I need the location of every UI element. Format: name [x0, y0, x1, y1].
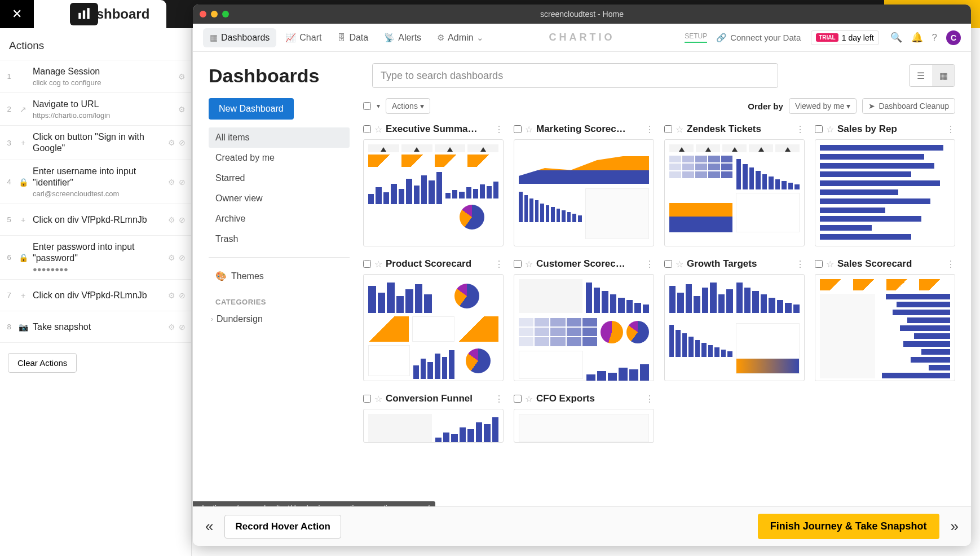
card-menu-icon[interactable]: ⋮: [946, 259, 955, 270]
card-thumbnail[interactable]: [514, 139, 654, 246]
card-thumbnail[interactable]: [514, 409, 654, 443]
gear-icon[interactable]: ⚙: [178, 105, 186, 114]
gear-icon[interactable]: ⚙: [168, 253, 175, 262]
category-item[interactable]: › Dundersign: [209, 311, 350, 328]
card-menu-icon[interactable]: ⋮: [645, 259, 654, 270]
card-thumbnail[interactable]: [815, 274, 955, 381]
search-input[interactable]: Type to search dashboards: [372, 63, 778, 88]
gear-icon[interactable]: ⚙: [168, 323, 175, 332]
help-icon[interactable]: ?: [932, 32, 937, 43]
more-icon[interactable]: ⊘: [179, 138, 186, 147]
new-dashboard-button[interactable]: New Dashboard: [209, 98, 294, 120]
clear-actions-button[interactable]: Clear Actions: [8, 353, 77, 373]
card-title[interactable]: Marketing Scorec…: [536, 123, 642, 135]
more-icon[interactable]: ⊘: [179, 178, 186, 187]
bulk-actions-button[interactable]: Actions ▾: [386, 98, 430, 114]
card-title[interactable]: Executive Summa…: [386, 123, 491, 135]
card-checkbox[interactable]: [514, 125, 522, 133]
action-step[interactable]: 4 🔒 Enter username into input "identifie…: [0, 160, 191, 204]
card-title[interactable]: Zendesk Tickets: [687, 123, 792, 135]
card-thumbnail[interactable]: [664, 274, 805, 381]
card-title[interactable]: Product Scorecard: [386, 258, 491, 270]
card-checkbox[interactable]: [664, 125, 672, 133]
card-thumbnail[interactable]: [664, 139, 805, 246]
dashboard-cleanup-button[interactable]: ➤ Dashboard Cleanup: [862, 98, 955, 114]
window-controls[interactable]: [200, 11, 229, 17]
star-icon[interactable]: ☆: [525, 394, 533, 404]
finish-journey-button[interactable]: Finish Journey & Take Snapshot: [758, 514, 939, 539]
nav-chart[interactable]: 📈 Chart: [279, 28, 328, 47]
back-button[interactable]: «: [205, 518, 213, 535]
close-window-icon[interactable]: [200, 11, 206, 17]
more-icon[interactable]: ⊘: [179, 291, 186, 300]
gear-icon[interactable]: ⚙: [168, 138, 175, 147]
filter-item[interactable]: Owner view: [209, 188, 350, 209]
filter-item[interactable]: Created by me: [209, 148, 350, 168]
order-by-dropdown[interactable]: Viewed by me ▾: [789, 98, 857, 114]
star-icon[interactable]: ☆: [676, 124, 683, 135]
card-checkbox[interactable]: [363, 395, 371, 403]
gear-icon[interactable]: ⚙: [178, 72, 186, 81]
list-view-button[interactable]: ☰: [910, 65, 932, 86]
search-icon[interactable]: 🔍: [890, 32, 902, 43]
card-menu-icon[interactable]: ⋮: [495, 394, 504, 404]
card-thumbnail[interactable]: [363, 274, 504, 381]
star-icon[interactable]: ☆: [374, 124, 382, 135]
card-menu-icon[interactable]: ⋮: [495, 259, 504, 270]
card-checkbox[interactable]: [514, 395, 522, 403]
record-hover-button[interactable]: Record Hover Action: [224, 515, 341, 539]
action-step[interactable]: 7 + Click on div VfPpkd-RLmnJb ⚙ ⊘: [0, 280, 191, 311]
card-checkbox[interactable]: [664, 260, 672, 268]
setup-link[interactable]: SETUP: [685, 32, 707, 43]
more-icon[interactable]: ⊘: [179, 215, 186, 224]
gear-icon[interactable]: ⚙: [168, 291, 175, 300]
forward-button[interactable]: »: [951, 518, 959, 535]
connect-data-link[interactable]: 🔗 Connect your Data: [716, 33, 801, 43]
action-step[interactable]: 2 ↗ Navigate to URL https://chartio.com/…: [0, 93, 191, 126]
star-icon[interactable]: ☆: [525, 124, 533, 135]
filter-item[interactable]: Trash: [209, 229, 350, 249]
gear-icon[interactable]: ⚙: [168, 178, 175, 187]
nav-alerts[interactable]: 📡 Alerts: [377, 28, 428, 47]
trial-badge[interactable]: TRIAL 1 day left: [811, 30, 879, 45]
nav-admin[interactable]: ⚙ Admin ⌄: [430, 28, 491, 47]
grid-view-button[interactable]: ▦: [932, 65, 955, 86]
card-checkbox[interactable]: [815, 260, 823, 268]
more-icon[interactable]: ⊘: [179, 253, 186, 262]
card-title[interactable]: Sales Scorecard: [837, 258, 943, 270]
filter-item[interactable]: Archive: [209, 209, 350, 229]
card-menu-icon[interactable]: ⋮: [796, 124, 805, 135]
card-menu-icon[interactable]: ⋮: [796, 259, 805, 270]
minimize-window-icon[interactable]: [211, 11, 218, 17]
card-title[interactable]: Customer Scorec…: [536, 258, 642, 270]
select-all-checkbox[interactable]: [363, 102, 371, 110]
action-step[interactable]: 5 + Click on div VfPpkd-RLmnJb ⚙ ⊘: [0, 204, 191, 236]
gear-icon[interactable]: ⚙: [168, 215, 175, 224]
card-menu-icon[interactable]: ⋮: [645, 124, 654, 135]
card-thumbnail[interactable]: [363, 409, 504, 443]
star-icon[interactable]: ☆: [826, 259, 834, 270]
filter-item[interactable]: All items: [209, 127, 350, 148]
filter-item[interactable]: Starred: [209, 168, 350, 188]
star-icon[interactable]: ☆: [676, 259, 683, 270]
card-title[interactable]: CFO Exports: [536, 393, 642, 404]
card-checkbox[interactable]: [363, 260, 371, 268]
maximize-window-icon[interactable]: [222, 11, 229, 17]
action-step[interactable]: 6 🔒 Enter password into input "password"…: [0, 236, 191, 280]
more-icon[interactable]: ⊘: [179, 323, 186, 332]
themes-link[interactable]: 🎨 Themes: [209, 266, 350, 286]
star-icon[interactable]: ☆: [374, 259, 382, 270]
card-menu-icon[interactable]: ⋮: [645, 394, 654, 404]
card-title[interactable]: Conversion Funnel: [386, 393, 491, 404]
nav-data[interactable]: 🗄 Data: [330, 28, 375, 47]
card-menu-icon[interactable]: ⋮: [495, 124, 504, 135]
card-checkbox[interactable]: [815, 125, 823, 133]
card-title[interactable]: Growth Targets: [687, 258, 792, 270]
card-title[interactable]: Sales by Rep: [837, 123, 943, 135]
action-step[interactable]: 8 📷 Take snapshot ⚙ ⊘: [0, 311, 191, 343]
card-thumbnail[interactable]: [514, 274, 654, 381]
close-icon[interactable]: ✕: [0, 0, 34, 28]
card-checkbox[interactable]: [363, 125, 371, 133]
action-step[interactable]: 1 Manage Session click cog to configure …: [0, 60, 191, 93]
card-thumbnail[interactable]: [363, 139, 504, 246]
